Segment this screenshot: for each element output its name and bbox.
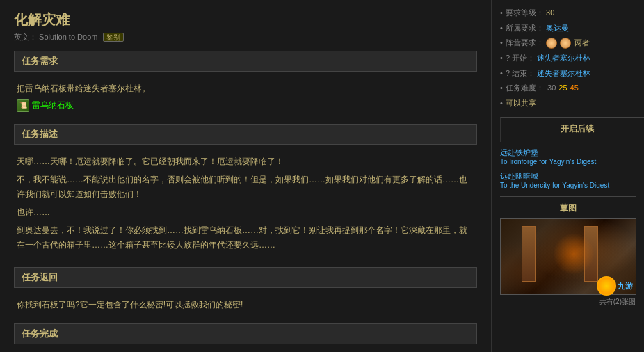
belong-item: 所属要求： 奥达曼 <box>500 22 636 34</box>
logo-watermark: 九游 <box>597 276 633 296</box>
after-open-english-1[interactable]: To Ironforge for Yagyin's Digest <box>500 158 636 166</box>
map-caption: 共有(2)张图 <box>500 297 636 307</box>
subtitle-tag: 鉴别 <box>103 33 124 42</box>
dungeon-label: 阵营要求： <box>506 38 544 47</box>
desc-para-2: 不，我不能说……不能说出他们的名字，否则会被他们听到的！但是，如果我们……如果我… <box>17 173 474 201</box>
item-link[interactable]: 📜 雷乌纳石板 <box>17 98 474 112</box>
item-icon: 📜 <box>17 99 29 112</box>
req-level-value: 30 <box>546 8 554 17</box>
map-title: 蕈图 <box>500 196 636 214</box>
share-item: 可以共享 <box>500 97 636 109</box>
desc-para-1: 天哪……天哪！厄运就要降临了。它已经朝我而来了！厄运就要降临了！ <box>17 154 474 168</box>
end-value[interactable]: 迷失者塞尔杜林 <box>537 69 590 77</box>
requirements-content: 把雷乌纳石板带给迷失者塞尔杜林。 📜 雷乌纳石板 <box>14 77 477 117</box>
end-label-text: 结束： <box>512 69 535 77</box>
req-level-label: 要求等级： <box>506 8 544 17</box>
belong-value: 奥达曼 <box>546 24 569 32</box>
after-open-item-1: 远赴铁炉堡 To Ironforge for Yagyin's Digest <box>500 147 636 166</box>
after-open-chinese-1[interactable]: 远赴铁炉堡 <box>500 147 636 158</box>
subtitle-label: 英文： <box>14 33 37 41</box>
after-open-title: 开启后续 <box>500 117 644 142</box>
after-open-chinese-2[interactable]: 远赴幽暗城 <box>500 171 636 182</box>
page-title: 化解灾难 <box>14 10 477 29</box>
right-panel: 要求等级： 30 所属要求： 奥达曼 阵营要求： 两者 ? 开始： 迷失者塞尔杜… <box>491 0 644 352</box>
req-level-item: 要求等级： 30 <box>500 7 636 19</box>
map-wrapper: 共有(2)张图 九游 <box>500 218 636 307</box>
logo-circle <box>597 276 616 296</box>
end-label: ? <box>506 69 512 77</box>
diff-num-1: 30 <box>547 82 556 94</box>
dungeon-value: 两者 <box>574 38 590 47</box>
return-text: 你找到石板了吗?它一定包含了什么秘密!可以拯救我们的秘密! <box>17 298 474 312</box>
diff-num-3: 45 <box>570 82 579 94</box>
complete-header: 任务完成 <box>14 323 477 344</box>
start-label-text: 开始： <box>512 54 535 62</box>
face-icon-1 <box>546 38 557 49</box>
subtitle: 英文： Solution to Doom 鉴别 <box>14 32 477 42</box>
subtitle-en: Solution to Doom <box>39 33 97 41</box>
start-label: ? <box>506 54 512 62</box>
end-item: ? 结束： 迷失者塞尔杜林 <box>500 67 636 79</box>
difficulty-numbers: 30 25 45 <box>547 82 579 94</box>
logo-text: 九游 <box>618 281 633 291</box>
left-panel: 化解灾难 英文： Solution to Doom 鉴别 任务需求 把雷乌纳石板… <box>0 0 491 352</box>
desc-para-4: 到奥达曼去，不！我说过了！你必须找到……找到雷乌纳石板……对，找到它！别让我再提… <box>17 223 474 252</box>
desc-para-3: 也许…… <box>17 205 474 219</box>
start-value[interactable]: 迷失者塞尔杜林 <box>537 54 590 62</box>
description-content: 天哪……天哪！厄运就要降临了。它已经朝我而来了！厄运就要降临了！ 不，我不能说…… <box>14 150 477 260</box>
return-content: 你找到石板了吗?它一定包含了什么秘密!可以拯救我们的秘密! <box>14 294 477 316</box>
map-pillar-1 <box>522 226 536 282</box>
start-item: ? 开始： 迷失者塞尔杜林 <box>500 52 636 64</box>
map-glow <box>553 233 595 275</box>
face-icon-2 <box>560 38 571 49</box>
item-name[interactable]: 雷乌纳石板 <box>32 98 74 112</box>
difficulty-label: 任务难度： <box>506 83 544 92</box>
diff-num-2: 25 <box>558 82 567 94</box>
after-open-english-2[interactable]: To the Undercity for Yagyin's Digest <box>500 182 636 189</box>
requirements-text: 把雷乌纳石板带给迷失者塞尔杜林。 <box>17 81 474 95</box>
return-header: 任务返回 <box>14 267 477 288</box>
belong-label: 所属要求： <box>506 24 544 32</box>
share-label: 可以共享 <box>506 99 536 107</box>
dungeon-icons <box>546 38 572 49</box>
dungeon-item: 阵营要求： 两者 <box>500 37 636 49</box>
after-open-item-2: 远赴幽暗城 To the Undercity for Yagyin's Dige… <box>500 171 636 189</box>
difficulty-item: 任务难度： 30 25 45 <box>500 82 636 94</box>
description-header: 任务描述 <box>14 124 477 145</box>
requirements-header: 任务需求 <box>14 51 477 72</box>
main-container: 化解灾难 英文： Solution to Doom 鉴别 任务需求 把雷乌纳石板… <box>0 0 644 352</box>
complete-content: 啊，幸运与我们同在!谢谢你!我们也许可以获救了! <box>14 350 477 352</box>
